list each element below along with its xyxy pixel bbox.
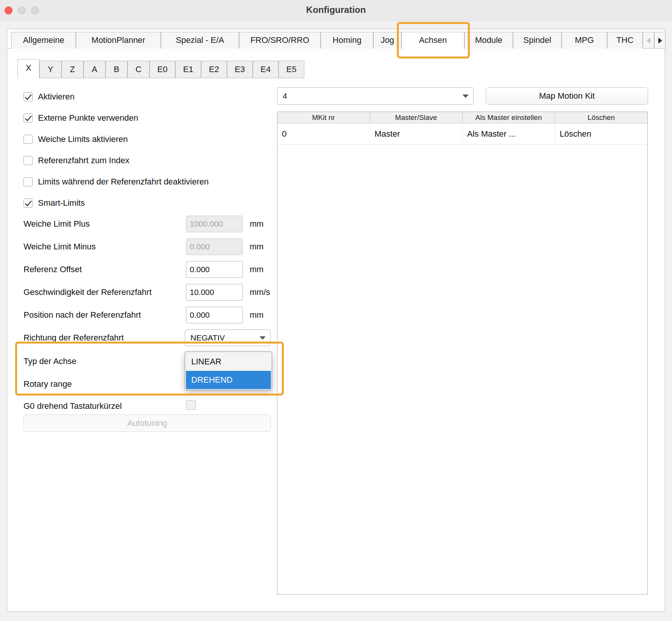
typ-achse-label: Typ der Achse	[24, 353, 76, 370]
titlebar: Konfiguration	[0, 0, 672, 21]
richtung-select[interactable]: NEGATIV	[185, 329, 271, 346]
g0-shortcut-checkbox[interactable]	[186, 400, 196, 410]
limits-deaktivieren-label: Limits während der Referenzfahrt deaktiv…	[38, 176, 209, 188]
geschwindigkeit-row: Geschwindigkeit der Referenzfahrt mm/s	[0, 284, 288, 301]
geschwindigkeit-unit: mm/s	[250, 284, 270, 301]
axis-tab-e3[interactable]: E3	[227, 61, 253, 78]
typ-achse-dropdown-list: LINEAR DREHEND	[185, 351, 272, 390]
motion-kit-table-header: MKit nr Master/Slave Als Master einstell…	[277, 112, 647, 123]
axis-tab-c[interactable]: C	[127, 61, 150, 78]
geschwindigkeit-input[interactable]	[186, 284, 243, 301]
konfiguration-window: Konfiguration Allgemeine MotionPlanner S…	[0, 0, 672, 621]
axis-tab-e0[interactable]: E0	[150, 61, 175, 78]
axis-tab-e2[interactable]: E2	[201, 61, 227, 78]
weiche-limit-plus-label: Weiche Limit Plus	[24, 216, 90, 232]
externe-punkte-label: Externe Punkte verwenden	[38, 112, 138, 124]
autotuning-button: Autotuning	[24, 415, 271, 432]
tab-homing[interactable]: Homing	[321, 32, 373, 49]
tab-scroll-right-button[interactable]	[654, 32, 666, 49]
rotary-range-label: Rotary range	[24, 376, 72, 392]
position-nach-label: Position nach der Referenzfahrt	[24, 307, 141, 323]
aktivieren-label: Aktivieren	[38, 91, 75, 102]
referenz-offset-row: Referenz Offset mm	[0, 261, 288, 278]
cell-loeschen-button[interactable]: Löschen	[555, 123, 647, 144]
weiche-limit-minus-row: Weiche Limit Minus mm	[0, 238, 288, 255]
motion-kit-select[interactable]: 4	[277, 87, 474, 105]
referenz-offset-input[interactable]	[186, 261, 243, 278]
chevron-down-icon	[260, 336, 266, 340]
position-nach-input[interactable]	[186, 307, 243, 323]
col-header-loeschen: Löschen	[555, 112, 647, 123]
weiche-limits-checkbox[interactable]	[24, 135, 33, 144]
motion-kit-selected-value: 4	[283, 88, 287, 104]
weiche-limit-minus-label: Weiche Limit Minus	[24, 238, 96, 255]
chevron-right-icon	[658, 38, 662, 44]
smart-limits-label: Smart-Limits	[38, 197, 85, 209]
axis-tab-e5[interactable]: E5	[279, 61, 304, 78]
weiche-limits-label: Weiche Limits aktivieren	[38, 134, 128, 145]
col-header-als-master: Als Master einstellen	[463, 112, 555, 123]
tab-fro-sro-rro[interactable]: FRO/SRO/RRO	[239, 32, 321, 49]
richtung-selected-value: NEGATIV	[190, 330, 225, 346]
position-nach-unit: mm	[250, 307, 264, 323]
option-drehend[interactable]: DREHEND	[186, 371, 271, 389]
limits-deaktivieren-checkbox[interactable]	[24, 177, 33, 186]
axis-tab-z[interactable]: Z	[61, 61, 83, 78]
axis-tab-e1[interactable]: E1	[175, 61, 201, 78]
tab-thc[interactable]: THC	[607, 32, 643, 49]
tab-jog[interactable]: Jog	[373, 32, 401, 49]
motion-kit-table: MKit nr Master/Slave Als Master einstell…	[277, 112, 648, 594]
cell-master-slave: Master	[370, 123, 463, 144]
chevron-left-icon	[647, 38, 650, 44]
axis-tab-a[interactable]: A	[83, 61, 105, 78]
col-header-master-slave: Master/Slave	[370, 112, 463, 123]
weiche-limit-plus-input	[186, 216, 243, 232]
cell-als-master-button[interactable]: Als Master ...	[463, 123, 555, 144]
axis-tab-b[interactable]: B	[105, 61, 127, 78]
tab-motionplanner[interactable]: MotionPlanner	[76, 32, 161, 49]
tab-allgemeine[interactable]: Allgemeine	[11, 32, 76, 49]
referenz-offset-label: Referenz Offset	[24, 261, 82, 278]
chevron-down-icon	[463, 95, 469, 98]
richtung-label: Richtung der Referenzfahrt	[24, 329, 124, 346]
weiche-limit-minus-input	[186, 238, 243, 255]
axis-tab-e4[interactable]: E4	[253, 61, 279, 78]
tab-mpg[interactable]: MPG	[562, 32, 607, 49]
option-linear[interactable]: LINEAR	[186, 353, 271, 371]
externe-punkte-checkbox[interactable]	[24, 113, 33, 123]
window-title: Konfiguration	[0, 5, 672, 15]
referenzfahrt-index-label: Referenzfahrt zum Index	[38, 155, 129, 166]
col-header-mkit-nr: MKit nr	[277, 112, 370, 123]
smart-limits-checkbox[interactable]	[24, 199, 33, 208]
tab-spezial-ea[interactable]: Spezial - E/A	[161, 32, 239, 49]
weiche-limit-minus-unit: mm	[250, 238, 264, 255]
referenz-offset-unit: mm	[250, 261, 264, 278]
tab-achsen[interactable]: Achsen	[401, 32, 464, 49]
geschwindigkeit-label: Geschwindigkeit der Referenzfahrt	[24, 284, 152, 301]
aktivieren-checkbox[interactable]	[24, 92, 33, 101]
referenzfahrt-index-checkbox[interactable]	[24, 156, 33, 165]
tab-spindel[interactable]: Spindel	[513, 32, 562, 49]
tab-module[interactable]: Module	[464, 32, 513, 49]
weiche-limit-plus-row: Weiche Limit Plus mm	[0, 216, 288, 232]
axis-tab-x[interactable]: X	[17, 59, 39, 79]
weiche-limit-plus-unit: mm	[250, 216, 264, 232]
table-row[interactable]: 0 Master Als Master ... Löschen	[277, 123, 647, 145]
tab-scroll-left-button	[643, 32, 654, 49]
map-motion-kit-button[interactable]: Map Motion Kit	[486, 87, 648, 105]
g0-shortcut-label: G0 drehend Tastaturkürzel	[24, 398, 122, 415]
position-nach-row: Position nach der Referenzfahrt mm	[0, 307, 288, 323]
axis-tab-y[interactable]: Y	[39, 61, 61, 78]
cell-mkit-nr: 0	[277, 123, 370, 144]
